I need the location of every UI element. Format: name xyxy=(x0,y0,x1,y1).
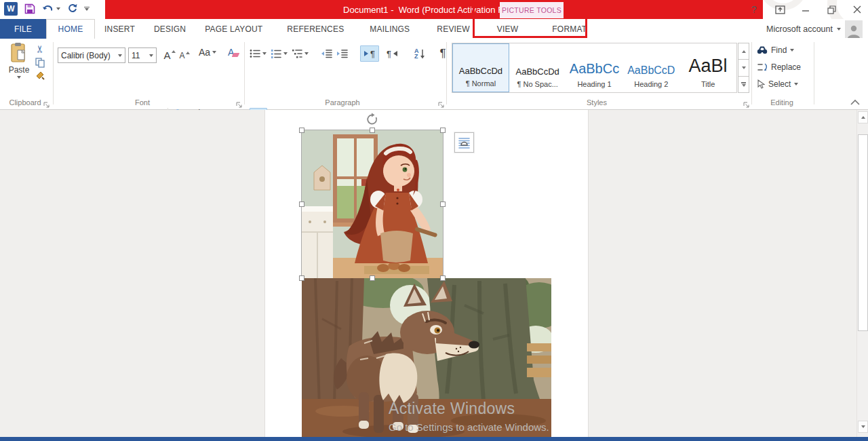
font-dialog-launcher[interactable] xyxy=(236,99,243,106)
replace-button[interactable]: Replace xyxy=(757,60,801,74)
customize-qat-button[interactable] xyxy=(84,7,90,12)
clear-formatting-button[interactable]: A xyxy=(228,47,239,58)
font-group-label: Font xyxy=(102,98,183,107)
styles-gallery: AaBbCcDd ¶ Normal AaBbCcDd ¶ No Spac... … xyxy=(452,43,737,93)
tab-file[interactable]: FILE xyxy=(0,19,46,39)
tab-design[interactable]: DESIGN xyxy=(144,19,195,39)
styles-dialog-launcher[interactable] xyxy=(743,99,750,106)
redo-button[interactable] xyxy=(67,3,77,16)
grow-font-button[interactable]: A xyxy=(162,47,177,63)
tab-review[interactable]: REVIEW xyxy=(427,19,479,39)
left-to-right-text-button[interactable]: ¶ xyxy=(360,45,379,62)
word-window: W Document1 - Word (Product Activation F… xyxy=(0,0,868,441)
word-logo-icon[interactable]: W xyxy=(4,2,18,16)
ribbon-display-options-button[interactable] xyxy=(774,4,785,15)
paste-button[interactable]: Paste xyxy=(4,42,34,91)
clipboard-dialog-launcher[interactable] xyxy=(43,99,50,106)
paste-label: Paste xyxy=(9,65,30,75)
document-page[interactable] xyxy=(264,110,589,437)
tab-home[interactable]: HOME xyxy=(46,19,95,39)
tab-format[interactable]: FORMAT xyxy=(542,19,596,39)
quick-access-toolbar: W xyxy=(4,2,90,16)
cut-icon[interactable]: ✂ xyxy=(34,44,46,54)
select-button[interactable]: Select xyxy=(757,77,798,91)
tab-view[interactable]: VIEW xyxy=(488,19,528,39)
replace-label: Replace xyxy=(771,62,801,72)
editing-group-label: Editing xyxy=(753,98,811,107)
undo-button[interactable] xyxy=(42,4,60,14)
window-title: Document1 - Word (Product Activation Fai… xyxy=(105,0,763,19)
find-button[interactable]: Find xyxy=(757,43,794,57)
styles-scroll-up-button[interactable] xyxy=(738,43,749,60)
activate-windows-watermark: Activate Windows xyxy=(389,400,515,418)
change-case-button[interactable]: Aa xyxy=(199,47,216,58)
title-bar: W Document1 - Word (Product Activation F… xyxy=(0,0,868,19)
scroll-up-button[interactable] xyxy=(858,111,868,123)
show-hide-pilcrow-button[interactable]: ¶ xyxy=(440,47,446,60)
undo-dropdown-icon[interactable] xyxy=(56,7,60,10)
font-size-value: 11 xyxy=(132,51,140,60)
account-menu[interactable]: Microsoft account xyxy=(766,19,841,39)
style-title[interactable]: AaBl Title xyxy=(679,43,736,92)
numbering-button[interactable] xyxy=(271,49,288,58)
clipboard-group-label: Clipboard xyxy=(5,98,45,107)
resize-handle-bottom-left[interactable] xyxy=(299,275,304,281)
tab-mailings[interactable]: MAILINGS xyxy=(360,19,419,39)
styles-group-label: Styles xyxy=(556,98,637,107)
close-button[interactable] xyxy=(852,4,863,15)
decrease-indent-button[interactable] xyxy=(321,49,332,58)
tab-references[interactable]: REFERENCES xyxy=(277,19,353,39)
girl-image[interactable] xyxy=(302,130,443,278)
scroll-down-button[interactable] xyxy=(858,421,868,433)
document-area: Activate Windows Go to Settings to activ… xyxy=(0,110,868,437)
style-heading-1[interactable]: AaBbCc Heading 1 xyxy=(566,43,623,92)
right-to-left-text-button[interactable]: ¶ xyxy=(383,45,401,62)
paragraph-group-label: Paragraph xyxy=(302,98,383,107)
activate-windows-subtext: Go to Settings to activate Windows. xyxy=(389,421,549,433)
style-no-spacing[interactable]: AaBbCcDd ¶ No Spac... xyxy=(509,43,566,92)
collapse-ribbon-button[interactable] xyxy=(850,96,860,108)
picture-tools-badge: PICTURE TOOLS xyxy=(500,1,564,18)
restore-button[interactable] xyxy=(826,4,837,15)
resize-handle-bottom-right[interactable] xyxy=(440,275,446,281)
minimize-button[interactable] xyxy=(800,4,811,15)
style-heading-2[interactable]: AaBbCcD Heading 2 xyxy=(623,43,679,92)
status-bar xyxy=(0,437,868,441)
vertical-scrollbar[interactable] xyxy=(856,110,868,437)
resize-handle-middle-left[interactable] xyxy=(299,202,304,207)
save-icon[interactable] xyxy=(24,3,35,14)
format-painter-icon[interactable] xyxy=(35,71,45,80)
copy-icon[interactable] xyxy=(35,58,45,68)
styles-scroll-down-button[interactable] xyxy=(738,60,749,76)
font-name-value: Calibri (Body) xyxy=(61,51,111,60)
resize-handle-top-left[interactable] xyxy=(299,128,304,133)
styles-more-button[interactable] xyxy=(738,77,749,93)
resize-handle-middle-right[interactable] xyxy=(440,202,446,207)
style-normal[interactable]: AaBbCcDd ¶ Normal xyxy=(452,43,509,92)
ribbon-tab-bar: FILE HOME INSERT DESIGN PAGE LAYOUT REFE… xyxy=(0,19,868,39)
scrollbar-thumb[interactable] xyxy=(858,134,868,331)
multilevel-list-button[interactable] xyxy=(292,49,309,58)
rotation-handle-icon[interactable] xyxy=(366,113,379,129)
ribbon: Paste ✂ Clipboard Calibri (Body) 11 A xyxy=(0,39,868,110)
tab-page-layout[interactable]: PAGE LAYOUT xyxy=(195,19,272,39)
sort-button[interactable]: AZ xyxy=(414,48,425,59)
layout-options-button[interactable] xyxy=(454,132,474,153)
shrink-font-button[interactable]: A xyxy=(178,48,191,63)
font-name-combobox[interactable]: Calibri (Body) xyxy=(58,47,125,63)
avatar[interactable] xyxy=(845,20,863,38)
resize-handle-bottom-center[interactable] xyxy=(370,275,375,281)
account-label: Microsoft account xyxy=(766,24,833,34)
resize-handle-top-right[interactable] xyxy=(440,128,446,133)
tab-insert[interactable]: INSERT xyxy=(95,19,144,39)
paragraph-dialog-launcher[interactable] xyxy=(438,99,445,106)
bullets-button[interactable] xyxy=(250,49,267,58)
select-label: Select xyxy=(768,79,791,89)
find-label: Find xyxy=(771,45,787,55)
account-dropdown-icon xyxy=(837,28,841,31)
help-button[interactable]: ? xyxy=(749,4,760,15)
increase-indent-button[interactable] xyxy=(336,49,348,58)
paste-dropdown-icon xyxy=(17,76,21,79)
font-size-combobox[interactable]: 11 xyxy=(128,47,157,63)
